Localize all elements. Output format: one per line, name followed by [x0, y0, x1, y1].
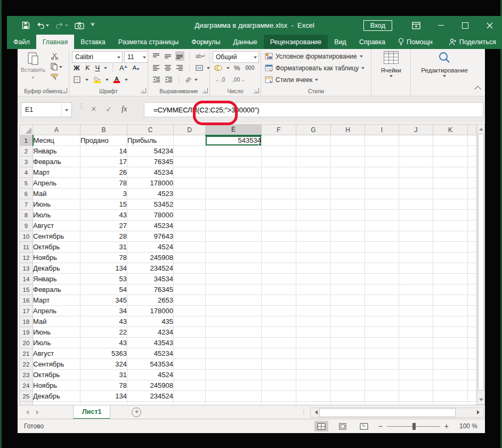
camera-icon[interactable]	[75, 22, 84, 29]
cell-x5[interactable]	[468, 178, 476, 189]
cell-B11[interactable]: 31	[80, 242, 127, 252]
cell-H19[interactable]	[331, 327, 365, 338]
cell-D6[interactable]	[174, 189, 206, 199]
cell-C14[interactable]: 34534	[127, 274, 174, 284]
cell-J13[interactable]	[399, 263, 433, 274]
cell-I24[interactable]	[365, 380, 399, 391]
row-header-19[interactable]: 19	[20, 327, 33, 338]
cell-A11[interactable]: Октябрь	[33, 242, 80, 252]
align-right-icon[interactable]	[175, 63, 184, 72]
cell-D8[interactable]	[174, 210, 206, 221]
format-as-table-button[interactable]: Форматировать как таблицу	[261, 63, 371, 73]
cell-H5[interactable]	[331, 178, 365, 189]
zoom-out-icon[interactable]: −	[378, 422, 383, 430]
cell-A1[interactable]: Месяц	[33, 135, 80, 146]
row-header-5[interactable]: 5	[20, 178, 33, 189]
zoom-slider[interactable]	[387, 426, 440, 427]
tab-insert[interactable]: Вставка	[74, 35, 111, 49]
zoom-in-icon[interactable]: +	[444, 422, 449, 430]
row-header-10[interactable]: 10	[20, 231, 33, 242]
zoom-slider-thumb[interactable]	[412, 423, 416, 430]
cell-E24[interactable]	[206, 380, 262, 391]
cell-H24[interactable]	[331, 380, 365, 391]
redo-icon[interactable]	[55, 22, 68, 29]
cell-x20[interactable]	[468, 338, 476, 348]
cell-G16[interactable]	[296, 295, 331, 306]
cell-J17[interactable]	[399, 306, 433, 316]
cell-B9[interactable]: 27	[80, 221, 127, 231]
cell-I8[interactable]	[365, 210, 399, 221]
cell-E10[interactable]	[206, 231, 262, 242]
cell-x13[interactable]	[468, 263, 476, 274]
cell-G17[interactable]	[296, 306, 331, 316]
formula-input[interactable]: =СУММЕСЛИ(C2:C25;">300000")	[144, 102, 483, 117]
cell-A17[interactable]: Апрель	[33, 306, 80, 316]
cell-K10[interactable]	[433, 231, 468, 242]
cell-D25[interactable]	[174, 391, 206, 402]
borders-dropdown-icon[interactable]	[85, 79, 88, 83]
cell-F3[interactable]	[262, 157, 296, 167]
cell-x15[interactable]	[468, 284, 476, 295]
cell-x2[interactable]	[468, 146, 476, 157]
cell-G7[interactable]	[296, 199, 331, 210]
editing-button[interactable]: Редактирование	[411, 51, 478, 80]
cell-D2[interactable]	[174, 146, 206, 157]
formula-bar-resize-handle[interactable]: ⋮	[78, 104, 85, 108]
align-middle-icon[interactable]	[164, 51, 173, 61]
cell-K15[interactable]	[433, 284, 468, 295]
cell-E8[interactable]	[206, 210, 262, 221]
cell-x24[interactable]	[468, 380, 476, 391]
cell-C23[interactable]: 4524	[127, 370, 174, 380]
cell-E3[interactable]	[206, 157, 262, 167]
minimize-button[interactable]	[428, 16, 453, 35]
cell-I15[interactable]	[365, 284, 399, 295]
cell-A7[interactable]: Июнь	[33, 199, 80, 210]
align-center-icon[interactable]	[164, 63, 173, 72]
row-header-15[interactable]: 15	[20, 284, 33, 295]
cell-B13[interactable]: 134	[80, 263, 127, 274]
cell-D19[interactable]	[174, 327, 206, 338]
cell-I16[interactable]	[365, 295, 399, 306]
cell-K22[interactable]	[433, 359, 468, 370]
cell-x22[interactable]	[468, 359, 476, 370]
cell-A24[interactable]: Ноябрь	[33, 380, 80, 391]
cell-I22[interactable]	[365, 359, 399, 370]
cell-C19[interactable]: 4234	[127, 327, 174, 338]
tab-view[interactable]: Вид	[328, 35, 353, 49]
ribbon-display-options-icon[interactable]	[404, 16, 428, 35]
select-all-corner[interactable]	[20, 125, 33, 135]
cell-J9[interactable]	[399, 221, 433, 231]
cell-C5[interactable]: 178000	[127, 178, 174, 189]
cell-x7[interactable]	[468, 199, 476, 210]
cell-G18[interactable]	[296, 316, 331, 327]
cell-C10[interactable]: 97643	[127, 231, 174, 242]
row-header-7[interactable]: 7	[20, 199, 33, 210]
wrap-text-icon[interactable]: ab↵	[195, 51, 207, 61]
column-header-F[interactable]: F	[262, 125, 296, 135]
cell-A9[interactable]: Август	[33, 221, 80, 231]
row-header-3[interactable]: 3	[20, 157, 33, 167]
row-header-8[interactable]: 8	[20, 210, 33, 221]
cell-C4[interactable]: 45234	[127, 167, 174, 178]
save-icon[interactable]	[22, 21, 30, 29]
cell-I19[interactable]	[365, 327, 399, 338]
row-header-13[interactable]: 13	[20, 263, 33, 274]
tab-home[interactable]: Главная	[36, 35, 75, 49]
cell-F12[interactable]	[262, 252, 296, 263]
font-dialog-launcher-icon[interactable]	[141, 88, 146, 93]
column-header-I[interactable]: I	[365, 125, 399, 135]
cell-C24[interactable]: 245908	[127, 380, 174, 391]
cell-J7[interactable]	[399, 199, 433, 210]
cell-B19[interactable]: 22	[80, 327, 127, 338]
merge-center-icon[interactable]	[195, 63, 204, 72]
maximize-button[interactable]	[453, 16, 477, 35]
cell-F21[interactable]	[262, 348, 296, 359]
cell-B25[interactable]: 134	[80, 391, 127, 402]
cell-E19[interactable]	[206, 327, 262, 338]
cell-E11[interactable]	[206, 242, 262, 252]
underline-dropdown-icon[interactable]	[104, 67, 107, 71]
cell-G20[interactable]	[296, 338, 331, 348]
cell-A10[interactable]: Сентябрь	[33, 231, 80, 242]
cell-H8[interactable]	[331, 210, 365, 221]
orientation-icon[interactable]: ab	[182, 73, 194, 86]
